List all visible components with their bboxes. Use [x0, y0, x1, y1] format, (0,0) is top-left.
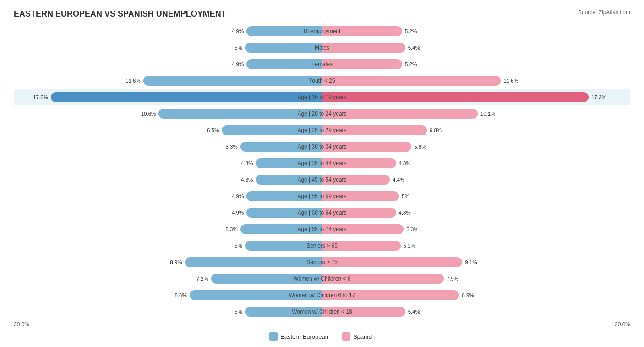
bar-row: 5%5.4%Women w/ Children < 18 — [14, 304, 630, 319]
bar-blue — [256, 158, 322, 168]
bar-row: 6.5%6.8%Age | 25 to 29 years — [14, 122, 630, 138]
axis-label-right: 20.0% — [322, 321, 630, 328]
bar-row: 11.6%11.6%Youth < 25 — [14, 73, 630, 88]
bar-blue — [245, 241, 322, 251]
chart-legend: Eastern European Spanish — [14, 332, 630, 341]
bar-pink — [322, 257, 462, 267]
value-left: 5.3% — [220, 226, 238, 232]
bar-row: 4.9%5.2%Females — [14, 56, 630, 72]
bar-row: 17.6%17.3%Age | 16 to 19 years — [14, 89, 630, 105]
value-right: 5.4% — [408, 45, 426, 50]
value-right: 5.2% — [405, 28, 422, 34]
bar-blue — [211, 274, 322, 284]
bar-blue — [222, 125, 322, 135]
left-section: 11.6% — [14, 73, 322, 88]
bar-row-inner: 4.9%5.2%Females — [14, 56, 630, 72]
value-right: 4.4% — [393, 177, 410, 182]
bar-row: 5.3%5.3%Age | 65 to 74 years — [14, 221, 630, 237]
bar-pink — [322, 76, 501, 86]
bar-blue — [143, 76, 322, 86]
bar-pink — [322, 208, 396, 218]
bar-row: 4.9%5.2%Unemployment — [14, 23, 630, 39]
right-section: 4.8% — [322, 155, 630, 171]
bar-row: 7.2%7.9%Women w/ Children < 6 — [14, 271, 630, 286]
bar-blue — [246, 59, 322, 69]
bar-row-inner: 5.3%5.3%Age | 65 to 74 years — [14, 221, 630, 237]
axis-row: 20.0% 20.0% — [14, 321, 630, 328]
bar-row-inner: 17.6%17.3%Age | 16 to 19 years — [14, 89, 630, 105]
right-section: 9.1% — [322, 254, 630, 270]
bar-pink — [322, 158, 396, 168]
bar-row-inner: 8.6%8.9%Women w/ Children 6 to 17 — [14, 287, 630, 303]
value-right: 4.8% — [399, 160, 416, 166]
bar-row-inner: 5%5.1%Seniors > 65 — [14, 238, 630, 253]
value-right: 5.2% — [405, 61, 422, 67]
bar-row-inner: 5.3%5.8%Age | 30 to 34 years — [14, 139, 630, 154]
left-section: 8.6% — [14, 287, 322, 303]
bar-pink — [322, 26, 402, 36]
bar-pink — [322, 224, 404, 234]
bar-pink — [322, 109, 478, 119]
value-left: 4.9% — [226, 210, 244, 215]
value-left: 7.2% — [191, 276, 208, 281]
value-right: 17.3% — [591, 94, 609, 100]
bar-blue — [256, 175, 322, 185]
bar-pink — [322, 125, 427, 135]
left-section: 5% — [14, 304, 322, 319]
bar-blue — [158, 109, 322, 119]
left-section: 4.9% — [14, 23, 322, 39]
bar-row-inner: 4.9%4.8%Age | 60 to 64 years — [14, 205, 630, 220]
chart-title: EASTERN EUROPEAN VS SPANISH UNEMPLOYMENT — [14, 9, 226, 19]
value-left: 4.9% — [226, 193, 244, 199]
right-section: 5.4% — [322, 304, 630, 319]
right-section: 5.4% — [322, 40, 630, 55]
value-right: 10.1% — [480, 111, 498, 116]
legend-spanish-box — [342, 332, 350, 341]
right-section: 4.4% — [322, 172, 630, 187]
value-right: 5.3% — [406, 226, 424, 232]
value-left: 5% — [225, 243, 242, 248]
left-section: 4.9% — [14, 188, 322, 204]
chart-source: Source: ZipAtlas.com — [578, 9, 630, 16]
right-section: 5.1% — [322, 238, 630, 253]
bar-pink — [322, 43, 405, 53]
right-section: 4.8% — [322, 205, 630, 220]
bar-blue — [245, 307, 322, 317]
left-section: 4.9% — [14, 56, 322, 72]
bar-row-inner: 4.3%4.4%Age | 45 to 54 years — [14, 172, 630, 187]
bar-pink — [322, 59, 402, 69]
right-section: 10.1% — [322, 106, 630, 121]
bar-row: 8.9%9.1%Seniors > 75 — [14, 254, 630, 270]
value-left: 8.9% — [165, 259, 182, 265]
bar-row: 4.3%4.4%Age | 45 to 54 years — [14, 172, 630, 187]
value-left: 11.6% — [123, 78, 141, 83]
bar-blue — [51, 92, 322, 102]
bar-pink — [322, 290, 459, 300]
bar-pink — [322, 241, 401, 251]
value-right: 8.9% — [462, 292, 479, 298]
value-right: 5.4% — [408, 309, 426, 314]
left-section: 5.3% — [14, 221, 322, 237]
right-section: 17.3% — [322, 89, 630, 105]
axis-label-left: 20.0% — [14, 321, 322, 328]
bar-pink — [322, 175, 390, 185]
right-section: 7.9% — [322, 271, 630, 286]
value-left: 5% — [225, 45, 242, 50]
left-section: 4.3% — [14, 172, 322, 187]
value-right: 5% — [402, 193, 419, 199]
value-right: 7.9% — [447, 276, 464, 281]
value-left: 4.9% — [226, 61, 244, 67]
bar-pink — [322, 191, 399, 201]
bar-row: 5.3%5.8%Age | 30 to 34 years — [14, 139, 630, 154]
bar-row: 8.6%8.9%Women w/ Children 6 to 17 — [14, 287, 630, 303]
bar-blue — [240, 224, 322, 234]
bar-pink — [322, 307, 405, 317]
value-left: 6.5% — [202, 127, 219, 133]
value-left: 10.6% — [138, 111, 156, 116]
right-section: 6.8% — [322, 122, 630, 138]
bar-row-inner: 4.3%4.8%Age | 35 to 44 years — [14, 155, 630, 171]
right-section: 5.3% — [322, 221, 630, 237]
bar-row: 4.3%4.8%Age | 35 to 44 years — [14, 155, 630, 171]
chart-header: EASTERN EUROPEAN VS SPANISH UNEMPLOYMENT… — [14, 9, 630, 19]
right-section: 11.6% — [322, 73, 630, 88]
